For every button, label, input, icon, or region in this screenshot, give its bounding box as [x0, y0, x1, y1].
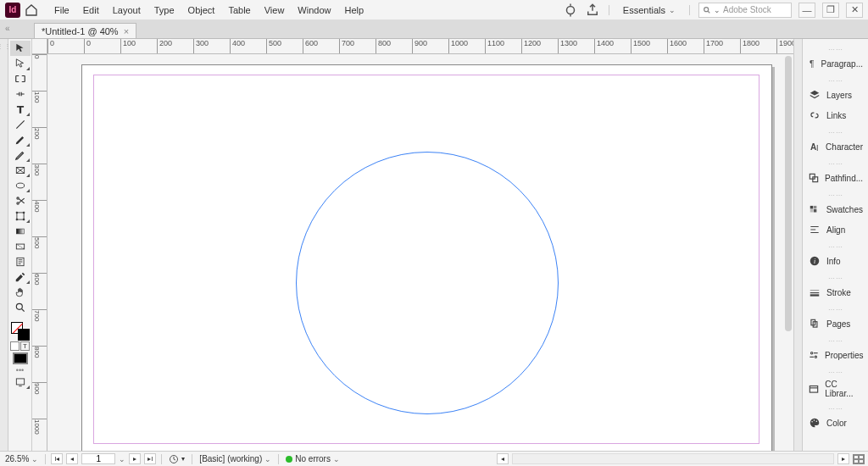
default-fill[interactable] — [13, 352, 28, 364]
next-spread-button[interactable]: ▸ — [129, 453, 141, 464]
home-icon[interactable] — [24, 3, 39, 18]
gap-tool[interactable] — [10, 86, 31, 102]
open-recent-icon[interactable]: ▾ — [167, 454, 186, 464]
panel-grip[interactable]: ⋯⋯ — [803, 369, 868, 376]
menu-type[interactable]: Type — [147, 2, 181, 19]
hand-tool[interactable] — [10, 285, 31, 300]
paragraph-icon: ¶ — [808, 57, 816, 70]
menubar: Id File Edit Layout Type Object Table Vi… — [0, 0, 868, 20]
arrange-documents-icon[interactable] — [853, 454, 865, 464]
horizontal-ruler[interactable]: 0010020030040050060070080090010001100120… — [47, 39, 793, 54]
rectangle-frame-tool[interactable] — [10, 163, 31, 178]
chevron-down-icon: ⌄ — [31, 455, 38, 463]
screen-mode[interactable] — [10, 374, 31, 390]
eyedropper-tool[interactable] — [10, 269, 31, 285]
page-tool[interactable] — [10, 71, 31, 86]
preflight-profile[interactable]: [Basic] (working)⌄ — [198, 454, 273, 463]
menu-edit[interactable]: Edit — [76, 2, 106, 19]
panel-grip[interactable]: ⋯⋯ — [803, 191, 868, 199]
window-restore[interactable]: ❐ — [822, 3, 839, 18]
menu-table[interactable]: Table — [221, 2, 257, 19]
color-apply-controls[interactable]: T — [10, 341, 31, 351]
panel-grip[interactable]: ⋯⋯ — [803, 129, 868, 136]
panel-layers[interactable]: Layers — [803, 85, 868, 105]
panel-properties[interactable]: Properties — [803, 345, 868, 365]
gradient-swatch-tool[interactable] — [10, 224, 31, 239]
chevron-down-icon[interactable]: ⌄ — [119, 455, 125, 463]
direct-selection-tool[interactable] — [10, 56, 31, 71]
panel-paragraph[interactable]: ¶Paragrap... — [803, 53, 868, 74]
panel-grip[interactable]: ⋯⋯ — [803, 306, 868, 313]
menu-file[interactable]: File — [47, 2, 76, 19]
note-tool[interactable] — [10, 254, 31, 269]
panel-color[interactable]: Color — [803, 413, 868, 433]
line-tool[interactable] — [10, 117, 31, 132]
hscrollbar[interactable] — [512, 453, 834, 464]
zoom-tool[interactable] — [10, 300, 31, 315]
panel-info[interactable]: iInfo — [803, 251, 868, 271]
hscroll-left[interactable]: ◂ — [497, 453, 509, 464]
type-tool[interactable] — [10, 102, 31, 117]
menu-view[interactable]: View — [258, 2, 292, 19]
panel-grip[interactable]: ⋯⋯ — [803, 160, 868, 168]
close-icon[interactable]: × — [124, 26, 129, 36]
ellipse-object[interactable] — [296, 152, 559, 414]
workspace-switcher[interactable]: Essentials ⌄ — [618, 3, 681, 17]
app-logo[interactable]: Id — [5, 3, 20, 18]
prev-spread-button[interactable]: ◂ — [66, 453, 78, 464]
toolbox: T ••• — [8, 39, 32, 451]
last-spread-button[interactable]: ▸I — [144, 453, 156, 464]
hscroll-right[interactable]: ▸ — [837, 453, 849, 464]
window-close[interactable]: ✕ — [846, 3, 863, 18]
panel-character[interactable]: A|Character — [803, 136, 868, 157]
panel-grip[interactable]: ⋯⋯ — [803, 46, 868, 53]
first-spread-button[interactable]: I◂ — [51, 453, 63, 464]
panel-cc-libraries[interactable]: CC Librar... — [803, 376, 868, 402]
pen-tool[interactable] — [10, 132, 31, 147]
svg-rect-21 — [814, 209, 817, 213]
panel-grip[interactable]: ⋯⋯ — [803, 275, 868, 282]
menu-window[interactable]: Window — [291, 2, 337, 19]
ellipse-tool[interactable] — [10, 178, 31, 193]
vertical-scrollbar[interactable] — [785, 56, 792, 449]
panel-swatches[interactable]: Swatches — [803, 199, 868, 219]
menu-help[interactable]: Help — [337, 2, 370, 19]
fill-stroke-swatch[interactable] — [11, 322, 30, 341]
gradient-feather-tool[interactable] — [10, 239, 31, 254]
svg-point-29 — [811, 421, 813, 423]
page-number-field[interactable] — [81, 453, 115, 464]
panel-pages[interactable]: Pages — [803, 313, 868, 334]
toolbox-more[interactable]: ••• — [8, 366, 31, 374]
panel-stroke[interactable]: Stroke — [803, 282, 868, 302]
menu-layout[interactable]: Layout — [106, 2, 147, 19]
panel-pathfinder[interactable]: Pathfind... — [803, 168, 868, 188]
free-transform-tool[interactable] — [10, 208, 31, 224]
menu-object[interactable]: Object — [181, 2, 222, 19]
panel-grip[interactable]: ⋯⋯ — [803, 243, 868, 251]
ruler-origin[interactable] — [32, 39, 47, 54]
right-dock-strip[interactable] — [793, 39, 802, 451]
search-placeholder: Adobe Stock — [723, 5, 771, 14]
pencil-tool[interactable] — [10, 147, 31, 163]
panel-grip[interactable]: ⋯⋯ — [803, 77, 868, 85]
canvas[interactable] — [47, 54, 793, 451]
stock-search[interactable]: ⌄ Adobe Stock — [698, 3, 792, 18]
zoom-level[interactable]: 26.5%⌄ — [3, 454, 40, 463]
svg-point-4 — [16, 197, 18, 199]
svg-rect-11 — [16, 229, 24, 234]
panel-align[interactable]: Align — [803, 219, 868, 240]
panel-grip[interactable]: ⋯⋯ — [803, 337, 868, 345]
selection-tool[interactable] — [10, 41, 31, 56]
scissors-tool[interactable] — [10, 193, 31, 208]
share-icon[interactable] — [585, 3, 600, 18]
svg-point-27 — [815, 356, 816, 358]
window-minimize[interactable]: — — [798, 3, 815, 18]
preflight-status[interactable]: No errors⌄ — [284, 454, 342, 463]
panel-links[interactable]: Links — [803, 105, 868, 125]
info-icon: i — [808, 254, 821, 268]
left-dock-strip[interactable]: ⋮⋮ — [0, 39, 8, 451]
vertical-ruler[interactable]: 01002003004005006007008009001000 — [32, 54, 47, 451]
hint-icon[interactable] — [563, 3, 578, 18]
panel-grip[interactable]: ⋯⋯ — [803, 405, 868, 413]
document-tab[interactable]: *Untitled-1 @ 40% × — [34, 23, 136, 38]
